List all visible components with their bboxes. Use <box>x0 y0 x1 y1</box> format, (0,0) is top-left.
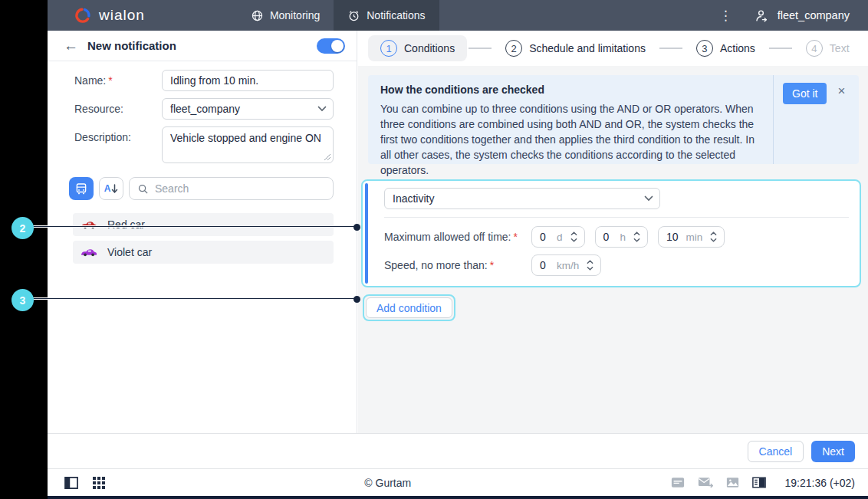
search-box <box>129 177 334 200</box>
step-actions[interactable]: 3 Actions <box>684 35 768 61</box>
description-textarea[interactable]: Vehicle stopped and engine ON <box>162 126 334 163</box>
step-number: 2 <box>505 40 522 57</box>
globe-icon <box>251 9 264 22</box>
close-icon[interactable]: × <box>836 83 847 99</box>
wizard-panel: 1 Conditions 2 Schedule and limitations … <box>358 31 868 433</box>
required-asterisk: * <box>108 74 112 87</box>
hours-stepper[interactable]: 0 h <box>595 226 649 248</box>
footer-left <box>64 477 105 489</box>
step-connector <box>469 48 492 49</box>
wizard-stepper: 1 Conditions 2 Schedule and limitations … <box>358 31 868 66</box>
spinner-arrows-icon[interactable] <box>633 231 640 242</box>
copyright: © Gurtam <box>105 477 671 489</box>
top-bar: wialon Monitoring <box>48 0 868 31</box>
brand-name: wialon <box>99 7 145 24</box>
wizard-action-bar: Cancel Next <box>48 433 868 469</box>
step-schedule[interactable]: 2 Schedule and limitations <box>493 35 658 61</box>
unit-name: Violet car <box>107 246 152 258</box>
step-number: 3 <box>696 40 713 57</box>
tab-monitoring-label: Monitoring <box>270 9 320 21</box>
stepper-value: 0 <box>603 231 613 243</box>
description-row: Description: Vehicle stopped and engine … <box>74 126 334 163</box>
screenshot-stage: wialon Monitoring <box>0 0 868 499</box>
spinner-arrows-icon[interactable] <box>710 231 717 242</box>
kebab-menu-icon[interactable]: ⋮ <box>715 6 737 25</box>
resize-grip[interactable] <box>324 154 330 160</box>
bottom-status-bar: © Gurtam 19:21:36 (+02) <box>48 469 868 496</box>
user-name: fleet_company <box>778 9 850 21</box>
unit-type-button[interactable] <box>69 177 94 200</box>
step-conditions[interactable]: 1 Conditions <box>368 35 467 61</box>
annotation-dot-3 <box>353 296 360 303</box>
unit-row-red-car[interactable]: Red car <box>73 213 334 236</box>
notification-enabled-toggle[interactable] <box>317 38 345 54</box>
required-asterisk: * <box>490 259 494 271</box>
car-icon <box>81 220 97 229</box>
annotation-badge-2: 2 <box>12 217 34 239</box>
add-condition-button[interactable]: Add condition <box>366 297 452 318</box>
tab-monitoring[interactable]: Monitoring <box>237 0 334 31</box>
unit-row-violet-car[interactable]: Violet car <box>73 241 334 264</box>
panel-toggle-icon[interactable] <box>64 477 78 489</box>
step-label: Text <box>830 42 850 54</box>
search-input[interactable] <box>155 182 325 195</box>
stepper-unit: d <box>557 231 563 243</box>
add-condition-highlight: Add condition <box>363 294 455 321</box>
wialon-logo[interactable]: wialon <box>48 0 168 31</box>
step-label: Conditions <box>404 42 455 54</box>
days-stepper[interactable]: 0 d <box>531 226 585 248</box>
resource-select[interactable]: fleet_company <box>162 98 334 120</box>
info-text: How the conditions are checked You can c… <box>368 75 773 164</box>
cancel-button[interactable]: Cancel <box>748 441 804 462</box>
app-window: wialon Monitoring <box>48 0 868 499</box>
description-label: Description: <box>74 126 162 163</box>
wialon-logo-icon <box>74 6 92 25</box>
resource-select-value: fleet_company <box>170 103 317 115</box>
minutes-stepper[interactable]: 10 min <box>658 226 725 248</box>
step-text: 4 Text <box>794 35 862 61</box>
resource-label: Resource: <box>74 98 162 120</box>
condition-type-select[interactable]: Inactivity <box>384 188 660 209</box>
chevron-down-icon <box>644 195 653 202</box>
step-number: 4 <box>806 40 823 57</box>
spinner-arrows-icon[interactable] <box>587 260 593 271</box>
off-time-row: Maximum allowed off time:* 0 d <box>384 226 849 248</box>
annotation-badge-3: 3 <box>12 289 34 311</box>
info-controls: Got it × <box>773 75 859 164</box>
back-arrow-icon[interactable]: ← <box>59 38 83 54</box>
description-value: Vehicle stopped and engine ON <box>170 132 321 144</box>
toggle-knob <box>331 40 344 52</box>
annotation-dot-2 <box>353 224 360 231</box>
tab-notifications[interactable]: Notifications <box>334 0 439 31</box>
notes-icon[interactable] <box>671 477 685 488</box>
stepper-value: 10 <box>666 231 679 243</box>
got-it-button[interactable]: Got it <box>783 83 827 104</box>
spinner-arrows-icon[interactable] <box>570 231 577 242</box>
stepper-value: 0 <box>540 231 549 243</box>
search-icon <box>137 183 149 195</box>
condition-card: Inactivity Maximum allowed off time:* 0 … <box>361 179 861 287</box>
footer-right: 19:21:36 (+02) <box>671 477 855 489</box>
window-bottom-edge <box>48 496 868 499</box>
name-input[interactable] <box>162 70 334 91</box>
mail-arrow-icon[interactable] <box>698 477 713 488</box>
next-button[interactable]: Next <box>811 441 855 462</box>
required-asterisk: * <box>513 231 517 243</box>
sort-button[interactable]: A <box>99 177 123 200</box>
step-connector <box>659 48 682 49</box>
condition-type-value: Inactivity <box>393 192 644 205</box>
apps-grid-icon[interactable] <box>93 477 105 489</box>
unit-name: Red car <box>107 218 145 231</box>
unit-toolbar: A <box>48 170 357 200</box>
resource-row: Resource: fleet_company <box>74 98 334 120</box>
info-box: How the conditions are checked You can c… <box>368 75 859 164</box>
image-icon[interactable] <box>726 477 739 488</box>
notification-form: Name:* Resource: fleet_company Descripti… <box>48 61 357 163</box>
stepper-unit: min <box>686 231 703 243</box>
name-row: Name:* <box>74 70 334 91</box>
user-menu[interactable]: fleet_company <box>754 8 850 23</box>
top-tabs: Monitoring Notifications <box>237 0 439 31</box>
car-icon <box>81 248 97 257</box>
speed-stepper[interactable]: 0 km/h <box>531 254 601 276</box>
report-panel-icon[interactable] <box>752 477 766 488</box>
